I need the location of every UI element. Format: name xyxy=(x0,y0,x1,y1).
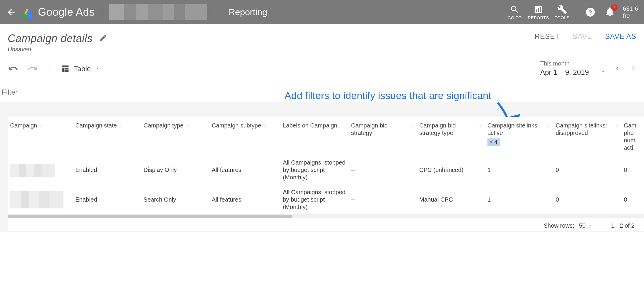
back-button[interactable] xyxy=(6,7,17,17)
caret-down-icon xyxy=(119,124,123,128)
svg-text:?: ? xyxy=(588,9,592,15)
page-range: 1 - 2 of 2 xyxy=(611,222,635,229)
col-subtype[interactable]: Campaign subtype xyxy=(209,117,280,155)
divider xyxy=(49,62,49,76)
account-name-partial: fre xyxy=(623,12,638,19)
report-status: Unsaved xyxy=(8,46,107,53)
caret-down-icon xyxy=(185,124,190,128)
caret-down-icon xyxy=(263,124,268,128)
table-row[interactable]: Enabled Search Only All features All Cam… xyxy=(8,185,644,215)
horizontal-scrollbar[interactable] xyxy=(8,215,644,218)
pencil-icon xyxy=(99,34,107,42)
column-filter-chip[interactable]: < 4 xyxy=(487,138,500,146)
undo-button[interactable] xyxy=(8,63,18,75)
divider xyxy=(102,5,102,19)
date-range-picker[interactable]: This month Apr 1 – 9, 2019 xyxy=(540,60,608,78)
chevron-left-icon xyxy=(614,65,621,72)
redo-icon xyxy=(27,63,38,74)
col-campaign[interactable]: Campaign xyxy=(8,117,73,155)
table-icon xyxy=(61,64,70,73)
notification-badge: ! xyxy=(611,4,618,11)
caret-down-icon xyxy=(39,124,44,128)
caret-down-icon xyxy=(95,66,100,71)
view-type-select[interactable]: Table xyxy=(60,63,103,75)
svg-rect-4 xyxy=(540,7,541,12)
rows-per-page-select[interactable]: 50 xyxy=(579,222,593,229)
edit-title-button[interactable] xyxy=(99,32,107,45)
report-title-bar: Campaign details Unsaved RESET SAVE SAVE… xyxy=(0,24,644,57)
divider xyxy=(214,5,214,19)
caret-down-icon xyxy=(546,124,551,128)
table-container: Campaign Campaign state Campaign type Ca… xyxy=(0,102,644,232)
account-info[interactable]: 631-6 fre xyxy=(623,5,638,19)
brand-logo-group: Google Ads xyxy=(21,6,95,19)
google-ads-logo-icon xyxy=(21,6,34,19)
app-header: Google Ads Reporting GO TO REPORTS TOOLS… xyxy=(0,0,644,24)
col-bid-strategy[interactable]: Campaign bid strategy xyxy=(349,117,417,155)
undo-icon xyxy=(8,63,18,74)
redacted-campaign-name xyxy=(10,191,63,208)
redacted-account-name xyxy=(109,4,207,20)
svg-rect-3 xyxy=(538,8,539,12)
show-rows-label: Show rows: xyxy=(543,222,574,229)
save-button[interactable]: SAVE xyxy=(573,32,592,41)
help-icon: ? xyxy=(585,7,596,17)
svg-rect-2 xyxy=(536,9,537,12)
redacted-campaign-name xyxy=(10,164,55,177)
divider xyxy=(577,5,577,19)
section-title: Reporting xyxy=(229,7,267,17)
col-labels[interactable]: Labels on Campaign xyxy=(280,117,349,155)
report-toolbar: Table This month Apr 1 – 9, 2019 xyxy=(0,57,644,80)
chevron-right-icon xyxy=(629,65,636,72)
scrollbar-thumb[interactable] xyxy=(8,215,292,218)
col-sitelinks-disapproved[interactable]: Campaign sitelinks: disapproved xyxy=(553,117,621,155)
col-bid-strategy-type[interactable]: Campaign bid strategy type xyxy=(417,117,485,155)
filter-bar[interactable]: Filter Add filters to identify issues th… xyxy=(0,80,644,102)
table-header-row: Campaign Campaign state Campaign type Ca… xyxy=(8,117,644,155)
tools-label: TOOLS xyxy=(555,15,570,20)
brand-name: Google Ads xyxy=(38,6,95,18)
col-type[interactable]: Campaign type xyxy=(141,117,209,155)
table-row[interactable]: Enabled Display Only All features All Ca… xyxy=(8,155,644,185)
account-id: 631-6 xyxy=(623,5,638,12)
save-as-button[interactable]: SAVE AS xyxy=(605,32,636,41)
goto-label: GO TO xyxy=(508,15,522,20)
annotation-text: Add filters to identify issues that are … xyxy=(284,90,491,101)
col-sitelinks-active[interactable]: Campaign sitelinks: active < 4 xyxy=(485,117,553,155)
arrow-left-icon xyxy=(6,7,16,17)
caret-down-icon xyxy=(588,224,593,228)
wrench-icon xyxy=(557,4,567,15)
campaign-table: Campaign Campaign state Campaign type Ca… xyxy=(8,117,644,215)
date-next-button[interactable] xyxy=(629,65,636,74)
report-title: Campaign details xyxy=(8,32,93,45)
reports-label: REPORTS xyxy=(528,15,549,20)
view-type-label: Table xyxy=(74,65,91,73)
date-prev-button[interactable] xyxy=(614,65,621,74)
notifications-button[interactable]: ! xyxy=(605,6,615,18)
caret-down-icon xyxy=(478,124,483,128)
caret-down-icon xyxy=(410,124,415,128)
redo-button[interactable] xyxy=(27,63,38,75)
col-phone-active[interactable]: Camphonumacti xyxy=(621,117,644,155)
table-pager: Show rows: 50 1 - 2 of 2 xyxy=(8,218,644,232)
tools-button[interactable]: TOOLS xyxy=(550,4,574,20)
col-state[interactable]: Campaign state xyxy=(73,117,141,155)
account-selector[interactable] xyxy=(109,4,207,21)
reports-icon xyxy=(533,4,543,15)
caret-down-icon xyxy=(614,124,619,128)
goto-button[interactable]: GO TO xyxy=(503,4,527,20)
reports-button[interactable]: REPORTS xyxy=(527,4,550,20)
caret-down-icon xyxy=(601,69,606,74)
help-button[interactable]: ? xyxy=(585,7,596,17)
reset-button[interactable]: RESET xyxy=(535,32,559,41)
search-icon xyxy=(510,4,520,15)
date-range-text: Apr 1 – 9, 2019 xyxy=(540,68,589,76)
date-preset-label: This month xyxy=(540,60,608,67)
filter-label: Filter xyxy=(2,88,17,96)
svg-point-0 xyxy=(22,13,27,18)
